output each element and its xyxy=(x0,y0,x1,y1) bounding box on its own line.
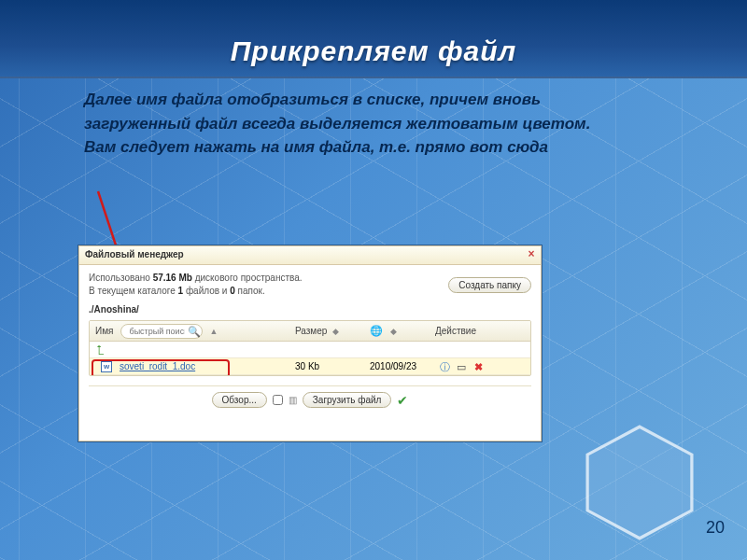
upload-button[interactable]: Загрузить файл xyxy=(303,392,392,408)
dialog-title-bar: Файловый менеджер × xyxy=(79,246,541,265)
file-row[interactable]: w soveti_rodit_1.doc 30 Kb 2010/09/23 ⓘ … xyxy=(90,358,530,375)
slide-title: Прикрепляем файл xyxy=(0,35,747,67)
sort-size-icon[interactable]: ◆ xyxy=(332,327,339,336)
delete-icon[interactable]: ✖ xyxy=(472,361,484,372)
svg-marker-2 xyxy=(587,427,692,539)
checkbox-extra-icon: ▥ xyxy=(289,395,297,405)
upload-checkbox[interactable] xyxy=(273,395,283,405)
hexagon-decoration xyxy=(570,422,710,543)
up-folder-icon: ⮤ xyxy=(90,343,106,357)
dialog-footer: Обзор... ▥ Загрузить файл ✔ xyxy=(89,385,531,408)
create-folder-button[interactable]: Создать папку xyxy=(448,277,531,293)
file-date: 2010/09/23 xyxy=(370,361,435,371)
slide-description: Далее имя файла отобразиться в списке, п… xyxy=(84,88,607,160)
parent-folder-row[interactable]: ⮤ xyxy=(90,342,530,358)
search-icon[interactable]: 🔍 xyxy=(188,326,199,337)
dialog-title: Файловый менеджер xyxy=(85,249,184,259)
page-number: 20 xyxy=(706,518,725,538)
file-manager-screenshot: Файловый менеджер × Использовано 57.16 M… xyxy=(78,245,543,442)
word-file-icon: w xyxy=(101,361,112,372)
column-size[interactable]: Размер xyxy=(295,326,327,336)
column-actions: Действие xyxy=(435,326,476,336)
file-name-link[interactable]: soveti_rodit_1.doc xyxy=(120,361,195,371)
browse-button[interactable]: Обзор... xyxy=(212,392,267,408)
file-table: Имя 🔍 ▲ Размер ◆ 🌐 ◆ xyxy=(89,320,531,376)
rename-icon[interactable]: ▭ xyxy=(456,361,467,372)
sort-date-icon[interactable]: ◆ xyxy=(390,327,397,336)
table-header: Имя 🔍 ▲ Размер ◆ 🌐 ◆ xyxy=(90,321,530,342)
confirm-icon[interactable]: ✔ xyxy=(397,393,408,408)
sort-name-icon[interactable]: ▲ xyxy=(209,327,218,336)
date-icon: 🌐 xyxy=(370,325,383,336)
info-icon[interactable]: ⓘ xyxy=(439,361,450,372)
disk-usage-text: Использовано 57.16 Mb дискового простран… xyxy=(89,272,303,298)
current-path: ./Anoshina/ xyxy=(89,304,531,315)
file-size: 30 Kb xyxy=(295,361,370,371)
close-icon[interactable]: × xyxy=(525,248,538,261)
column-name[interactable]: Имя xyxy=(95,326,113,336)
